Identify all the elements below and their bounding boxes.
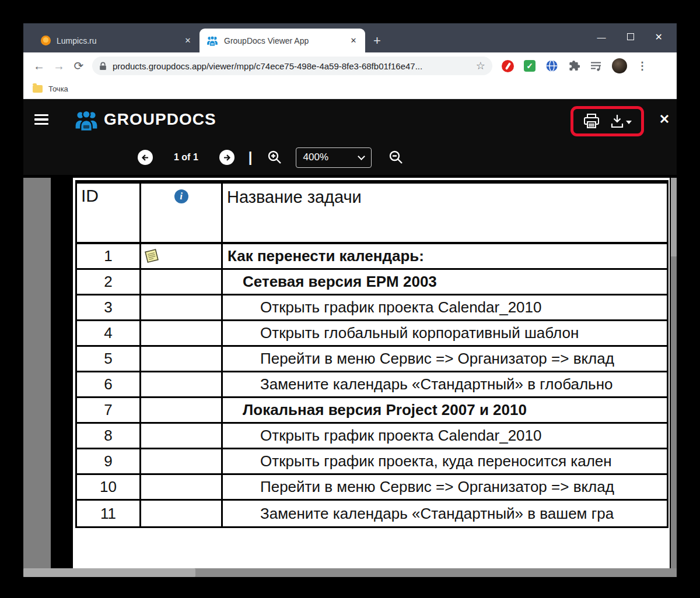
task-id: 11 [77, 501, 141, 526]
maximize-button[interactable] [627, 33, 634, 40]
task-indicator-cell [141, 424, 223, 448]
info-icon: i [174, 189, 188, 203]
task-indicator-cell [141, 270, 223, 294]
table-row: 1 Как перенести календарь: [77, 244, 667, 270]
hamburger-menu-icon[interactable] [34, 114, 48, 125]
browser-window: Lumpics.ru ✕ GroupDocs Viewer App ✕ + — … [23, 23, 677, 577]
viewer-toolbar: 1 of 1 | 400% [23, 140, 677, 175]
profile-avatar[interactable] [612, 58, 627, 73]
browser-menu-icon[interactable]: ⋮ [637, 59, 648, 72]
task-id: 2 [77, 270, 141, 294]
new-tab-button[interactable]: + [373, 34, 381, 47]
task-name: Открыть график проекта, куда переносится… [223, 449, 667, 473]
tab-title: GroupDocs Viewer App [224, 36, 348, 45]
tab-close-icon[interactable]: ✕ [348, 35, 359, 47]
horizontal-scrollbar[interactable] [23, 568, 677, 577]
task-indicator-cell [141, 244, 223, 268]
task-name: Перейти в меню Сервис => Организатор => … [223, 475, 667, 499]
table-row: 3Открыть график проекта Calendar_2010 [77, 296, 667, 321]
document-viewport: ID i Название задачи 1 Как перенести кал… [23, 175, 677, 577]
task-id: 10 [77, 475, 141, 499]
task-indicator-cell [141, 398, 223, 422]
adblock-icon[interactable] [502, 60, 514, 72]
task-indicator-cell [141, 501, 223, 526]
task-name: Открыть график проекта Calendar_2010 [223, 296, 667, 319]
bookmarks-bar: Точка [23, 79, 677, 99]
url-text: products.groupdocs.app/viewer/mpp/c74ece… [113, 61, 471, 71]
document-page: ID i Название задачи 1 Как перенести кал… [73, 178, 670, 568]
forward-button[interactable]: → [49, 59, 69, 73]
table-row: 8Открыть график проекта Calendar_2010 [77, 424, 667, 449]
tab-strip: Lumpics.ru ✕ GroupDocs Viewer App ✕ + — … [23, 23, 677, 52]
tab-close-icon[interactable]: ✕ [182, 35, 194, 47]
task-id: 6 [77, 372, 141, 396]
task-name: Сетевая версия EPM 2003 [223, 270, 667, 294]
tab-lumpics[interactable]: Lumpics.ru ✕ [34, 29, 200, 52]
task-name: Как перенести календарь: [223, 244, 667, 268]
table-row: 7Локальная версия Project 2007 и 2010 [77, 398, 667, 424]
task-name: Открыть глобальный корпоративный шаблон [223, 321, 667, 345]
left-gray-strip [23, 178, 51, 568]
viewer-header: GROUPDOCS ✕ [23, 99, 677, 140]
download-caret-icon [626, 121, 632, 124]
table-row: 2Сетевая версия EPM 2003 [77, 270, 667, 296]
address-bar[interactable]: products.groupdocs.app/viewer/mpp/c74ece… [92, 57, 492, 75]
table-row: 5Перейти в меню Сервис => Организатор =>… [77, 347, 667, 372]
next-page-button[interactable] [219, 150, 235, 165]
task-indicator-cell [141, 321, 223, 345]
task-id: 4 [77, 321, 141, 345]
task-table: ID i Название задачи 1 Как перенести кал… [75, 180, 668, 528]
column-header-indicator: i [141, 184, 223, 242]
highlight-rectangle [570, 106, 644, 136]
toolbar-divider: | [249, 149, 253, 166]
groupdocs-favicon-icon [206, 35, 218, 46]
task-indicator-cell [141, 347, 223, 371]
extensions-puzzle-icon[interactable] [568, 60, 580, 72]
task-id: 5 [77, 347, 141, 371]
task-name: Замените календарь «Стандартный» в глоба… [223, 372, 667, 396]
column-header-id: ID [77, 184, 141, 242]
task-table-body: 1 Как перенести календарь:2Сетевая верси… [77, 244, 667, 526]
groupdocs-logo: GROUPDOCS [74, 108, 216, 131]
playlist-extension-icon[interactable] [590, 61, 602, 72]
reload-button[interactable]: ⟳ [69, 59, 89, 73]
task-indicator-cell [141, 449, 223, 473]
globe-extension-icon[interactable] [545, 59, 558, 72]
window-controls: — ✕ [597, 23, 677, 50]
viewer-close-button[interactable]: ✕ [654, 99, 675, 140]
vertical-scrollbar-thumb[interactable] [671, 178, 677, 256]
bookmark-star-icon[interactable]: ☆ [476, 59, 485, 72]
brand-text: GROUPDOCS [104, 110, 216, 129]
browser-toolbar: ← → ⟳ products.groupdocs.app/viewer/mpp/… [23, 52, 677, 79]
tab-title: Lumpics.ru [57, 36, 182, 45]
zoom-in-button[interactable] [267, 149, 283, 166]
close-window-button[interactable]: ✕ [655, 31, 663, 43]
task-name: Перейти в меню Сервис => Организатор => … [223, 347, 667, 371]
zoom-level-select[interactable]: 400% [296, 147, 372, 168]
vertical-scrollbar[interactable] [671, 178, 677, 568]
lumpics-favicon-icon [41, 36, 51, 45]
checkmark-extension-icon[interactable]: ✓ [524, 60, 536, 72]
column-header-name: Название задачи [223, 184, 667, 242]
chevron-down-icon [358, 153, 365, 160]
groupdocs-logo-icon [74, 108, 99, 131]
table-header-row: ID i Название задачи [77, 184, 667, 244]
previous-page-button[interactable] [138, 150, 153, 165]
table-row: 11Замените календарь «Стандартный» в ваш… [77, 501, 667, 526]
tab-groupdocs-viewer[interactable]: GroupDocs Viewer App ✕ [200, 29, 365, 52]
bookmark-folder-label[interactable]: Точка [48, 85, 68, 93]
table-row: 6Замените календарь «Стандартный» в глоб… [77, 372, 667, 398]
task-id: 7 [77, 398, 141, 422]
print-button[interactable] [583, 113, 600, 129]
download-button[interactable] [610, 114, 632, 129]
back-button[interactable]: ← [29, 59, 49, 73]
minimize-button[interactable]: — [597, 32, 606, 42]
zoom-level-value: 400% [303, 152, 328, 163]
task-indicator-cell [141, 296, 223, 319]
task-name: Открыть график проекта Calendar_2010 [223, 424, 667, 448]
horizontal-scrollbar-thumb[interactable] [23, 568, 195, 577]
task-indicator-cell [141, 372, 223, 396]
zoom-out-button[interactable] [388, 149, 404, 166]
task-id: 1 [77, 244, 141, 268]
task-id: 3 [77, 296, 141, 319]
